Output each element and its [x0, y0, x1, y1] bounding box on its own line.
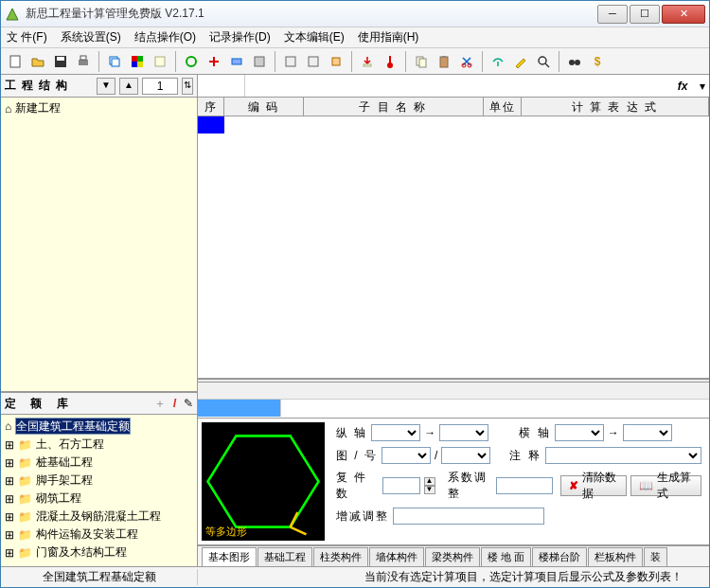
fx-button[interactable]: fx	[669, 80, 696, 93]
quota-item-2[interactable]: ⊞📁桩基础工程	[3, 454, 195, 472]
plus-icon[interactable]: ⊞	[5, 510, 14, 524]
add-icon[interactable]: ＋	[154, 396, 166, 412]
tool-icon-7[interactable]	[326, 51, 346, 72]
haxis-to[interactable]	[623, 424, 672, 441]
plus-icon[interactable]: ⊞	[5, 546, 14, 560]
project-tree[interactable]: ⌂ 新建工程	[1, 98, 197, 392]
search-icon[interactable]	[533, 51, 554, 72]
fujian-input[interactable]	[382, 477, 420, 494]
thermometer-icon[interactable]	[380, 51, 400, 72]
menu-system[interactable]: 系统设置(S)	[61, 29, 121, 45]
save-icon[interactable]	[50, 51, 71, 72]
haxis-from[interactable]	[555, 424, 604, 441]
maximize-button[interactable]: ☐	[630, 5, 660, 24]
zengjian-input[interactable]	[393, 508, 544, 525]
zhushi-select[interactable]	[545, 447, 701, 464]
status-left: 全国建筑工程基础定额	[1, 569, 198, 585]
grid-body[interactable]	[198, 116, 709, 379]
paste-icon[interactable]	[434, 51, 454, 72]
tab-stair[interactable]: 楼梯台阶	[532, 547, 587, 566]
new-icon[interactable]	[5, 51, 26, 72]
quota-item-6[interactable]: ⊞📁构件运输及安装工程	[3, 526, 195, 543]
up-button[interactable]: ▲	[119, 78, 138, 95]
quota-tree[interactable]: ⌂全国建筑工程基础定额 ⊞📁土、石方工程 ⊞📁桩基础工程 ⊞📁脚手架工程 ⊞📁砌…	[1, 415, 197, 566]
note-icon[interactable]	[150, 51, 170, 72]
close-button[interactable]: ✕	[662, 5, 705, 24]
hao-select[interactable]	[441, 447, 490, 464]
tool-icon-3[interactable]	[226, 51, 247, 72]
col-name[interactable]: 子 目 名 称	[304, 98, 484, 116]
italic-icon[interactable]: I	[173, 397, 176, 410]
tab-more[interactable]: 装	[644, 547, 667, 566]
down-button[interactable]: ▼	[97, 78, 115, 95]
binoculars-icon[interactable]	[564, 51, 585, 72]
tool-icon-2[interactable]	[204, 51, 224, 72]
umbrella-icon[interactable]	[488, 51, 508, 72]
generate-button[interactable]: 📖生成算式	[630, 475, 701, 496]
menu-text[interactable]: 文本编辑(E)	[284, 29, 345, 45]
pencil-icon[interactable]	[510, 51, 531, 72]
tab-basic-shape[interactable]: 基本图形	[202, 547, 257, 566]
col-code[interactable]: 编 码	[224, 98, 304, 116]
vaxis-to[interactable]	[439, 424, 488, 441]
menu-record[interactable]: 记录操作(D)	[209, 29, 271, 45]
shape-preview[interactable]: 等多边形	[202, 422, 325, 541]
minimize-button[interactable]: ─	[597, 5, 628, 24]
quota-item-4[interactable]: ⊞📁砌筑工程	[3, 490, 195, 508]
menu-node[interactable]: 结点操作(O)	[134, 29, 196, 45]
sub-grid-row[interactable]	[198, 400, 709, 417]
print-icon[interactable]	[73, 51, 94, 72]
plus-icon[interactable]: ⊞	[5, 438, 14, 452]
import-icon[interactable]	[357, 51, 378, 72]
vaxis-from[interactable]	[371, 424, 420, 441]
svg-rect-9	[132, 62, 137, 67]
tool-icon-5[interactable]	[280, 51, 301, 72]
dollar-icon[interactable]: $	[587, 51, 608, 72]
quota-item-0[interactable]: ⌂全国建筑工程基础定额	[3, 417, 195, 436]
tool-icon-1[interactable]	[181, 51, 202, 72]
plus-icon[interactable]: ⊞	[5, 492, 14, 506]
col-seq[interactable]: 序	[198, 98, 224, 116]
open-icon[interactable]	[27, 51, 48, 72]
tu-select[interactable]	[382, 447, 431, 464]
tab-floor[interactable]: 楼 地 面	[481, 547, 531, 566]
svg-rect-6	[112, 59, 119, 66]
plus-icon[interactable]: ⊞	[5, 456, 14, 470]
formula-input[interactable]	[245, 75, 669, 97]
spinner-icon[interactable]: ⇅	[182, 78, 193, 95]
sub-grid-header	[198, 383, 709, 400]
menu-file[interactable]: 文 件(F)	[7, 29, 47, 45]
menu-help[interactable]: 使用指南(H)	[358, 29, 419, 45]
home-icon: ⌂	[5, 419, 11, 433]
tab-foundation[interactable]: 基础工程	[257, 547, 312, 566]
tree-root-item[interactable]: ⌂ 新建工程	[3, 99, 195, 117]
tab-beam[interactable]: 梁类构件	[425, 547, 480, 566]
clear-button[interactable]: ✘清除数据	[560, 475, 627, 496]
selected-cell[interactable]	[198, 116, 224, 134]
spin-down[interactable]: ▼	[424, 486, 435, 494]
tool-icon-4[interactable]	[249, 51, 270, 72]
copy2-icon[interactable]	[411, 51, 432, 72]
edit-icon[interactable]: ✎	[184, 397, 193, 410]
quota-item-1[interactable]: ⊞📁土、石方工程	[3, 436, 195, 454]
col-expr[interactable]: 计 算 表 达 式	[522, 98, 709, 116]
cut-icon[interactable]	[456, 51, 477, 72]
col-unit[interactable]: 单位	[484, 98, 522, 116]
quota-item-5[interactable]: ⊞📁混凝土及钢筋混凝土工程	[3, 508, 195, 526]
color-grid-icon[interactable]	[127, 51, 148, 72]
fx-dropdown-icon[interactable]: ▾	[696, 80, 709, 93]
sub-grid[interactable]	[198, 383, 709, 419]
nav-index-input[interactable]	[142, 78, 178, 95]
copy-icon[interactable]	[104, 51, 125, 72]
tab-column[interactable]: 柱类构件	[313, 547, 368, 566]
tab-rail[interactable]: 栏板构件	[588, 547, 643, 566]
cell-ref[interactable]	[198, 75, 245, 97]
xishu-input[interactable]	[496, 477, 553, 494]
plus-icon[interactable]: ⊞	[5, 474, 14, 488]
tab-wall[interactable]: 墙体构件	[369, 547, 424, 566]
tool-icon-6[interactable]	[303, 51, 324, 72]
quota-item-3[interactable]: ⊞📁脚手架工程	[3, 472, 195, 490]
sub-grid-sel[interactable]	[198, 400, 281, 417]
plus-icon[interactable]: ⊞	[5, 528, 14, 542]
quota-item-7[interactable]: ⊞📁门窗及木结构工程	[3, 543, 195, 561]
